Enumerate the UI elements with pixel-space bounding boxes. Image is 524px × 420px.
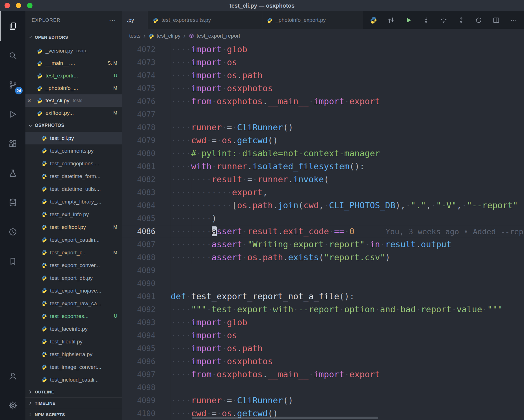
breadcrumb-item[interactable]: tests <box>129 33 140 39</box>
tree-item[interactable]: test_faceinfo.py <box>25 322 122 335</box>
editor-tab[interactable]: _photoinfo_export.py <box>262 11 363 29</box>
code-line[interactable]: 4078····runner·=·CliRunner() <box>122 121 524 134</box>
code-line[interactable]: 4093····import·glob <box>122 316 524 329</box>
code-line[interactable]: 4074····import·os.path <box>122 69 524 82</box>
line-number[interactable]: 4084 <box>122 199 155 212</box>
line-number[interactable]: 4073 <box>122 56 155 69</box>
line-number[interactable]: 4074 <box>122 69 155 82</box>
section-header-timeline[interactable]: TIMELINE <box>25 397 122 409</box>
code-line[interactable]: 4098 <box>122 381 524 394</box>
line-number[interactable]: 4100 <box>122 407 155 420</box>
tree-item[interactable]: test_export_conver... <box>25 259 122 272</box>
code-line[interactable]: 4090 <box>122 277 524 290</box>
code-line[interactable]: 4085········) <box>122 212 524 225</box>
line-number[interactable]: 4096 <box>122 355 155 368</box>
activity-extensions[interactable] <box>0 129 25 158</box>
line-number[interactable]: 4086 <box>122 225 155 238</box>
line-number[interactable]: 4089 <box>122 264 155 277</box>
editor-tab[interactable]: test_exportresults.py <box>148 11 262 29</box>
toolbar-step-out-button[interactable] <box>452 11 470 29</box>
code-line[interactable]: 4089 <box>122 264 524 277</box>
toolbar-restart-button[interactable] <box>470 11 487 29</box>
line-number[interactable]: 4093 <box>122 316 155 329</box>
line-number[interactable]: 4072 <box>122 43 155 56</box>
code-line[interactable]: 4096····import·osxphotos <box>122 355 524 368</box>
line-number[interactable]: 4092 <box>122 303 155 316</box>
tree-item[interactable]: test_export_raw_ca... <box>25 297 122 310</box>
line-number[interactable]: 4095 <box>122 342 155 355</box>
section-header-osxphotos[interactable]: OSXPHOTOS <box>25 119 122 132</box>
code-line[interactable]: 4083············export, <box>122 186 524 199</box>
code-line[interactable]: 4072····import·glob <box>122 43 524 56</box>
line-number[interactable]: 4082 <box>122 173 155 186</box>
code-line[interactable]: 4081····with·runner.isolated_filesystem(… <box>122 160 524 173</box>
close-window-button[interactable] <box>5 3 10 8</box>
tree-item[interactable]: test_export_c...M <box>25 246 122 259</box>
section-header-open-editors[interactable]: OPEN EDITORS <box>25 29 122 45</box>
tree-item[interactable]: test_image_convert... <box>25 361 122 373</box>
line-number[interactable]: 4091 <box>122 290 155 303</box>
open-editor-item[interactable]: _photoinfo_...M <box>25 82 122 94</box>
code-line[interactable]: 4092····"""·test·export·with·--report·op… <box>122 303 524 316</box>
code-line[interactable]: 4091def·test_export_report_not_a_file(): <box>122 290 524 303</box>
activity-run-and-debug[interactable] <box>0 99 25 129</box>
toolbar-more-actions-button[interactable] <box>505 11 522 29</box>
line-number[interactable]: 4088 <box>122 251 155 264</box>
line-number[interactable]: 4078 <box>122 121 155 134</box>
zoom-window-button[interactable] <box>27 3 33 8</box>
code-line[interactable]: 4073····import·os <box>122 56 524 69</box>
tree-item[interactable]: test_incloud_catali... <box>25 373 122 386</box>
horizontal-scrollbar[interactable] <box>192 417 378 419</box>
more-actions-icon[interactable]: ⋯ <box>109 16 116 25</box>
minimize-window-button[interactable] <box>16 3 21 8</box>
tree-item[interactable]: test_exif_info.py <box>25 208 122 221</box>
tree-item[interactable]: test_highsierra.py <box>25 348 122 361</box>
line-number[interactable]: 4087 <box>122 238 155 251</box>
open-editor-item[interactable]: ×test_cli.pytests <box>25 94 122 107</box>
toolbar-run-file-button[interactable] <box>400 11 417 29</box>
activity-explorer[interactable] <box>0 11 25 41</box>
activity-source-control[interactable]: 24 <box>0 70 25 99</box>
code-line[interactable]: 4076····from·osxphotos.__main__·import·e… <box>122 95 524 108</box>
editor-tab[interactable]: .py <box>122 11 148 29</box>
open-editor-item[interactable]: __main__....5, M <box>25 57 122 70</box>
code-line[interactable]: 4075····import·osxphotos <box>122 82 524 95</box>
breadcrumb-item[interactable]: test_cli.py <box>148 33 180 39</box>
code-line[interactable]: 4095····import·os.path <box>122 342 524 355</box>
toolbar-split-editor-button[interactable] <box>487 11 505 29</box>
line-number[interactable]: 4077 <box>122 108 155 121</box>
code-line[interactable]: 4077 <box>122 108 524 121</box>
code-line[interactable]: 4079····cwd·=·os.getcwd() <box>122 134 524 147</box>
line-number[interactable]: 4090 <box>122 277 155 290</box>
toolbar-compare-changes-button[interactable] <box>382 11 400 29</box>
code-line[interactable]: 4094····import·os <box>122 329 524 342</box>
tree-item[interactable]: test_exiftool.pyM <box>25 221 122 233</box>
code-line[interactable]: 4080····#·pylint:·disable=not-context-ma… <box>122 147 524 160</box>
tree-item[interactable]: test_configoptions.... <box>25 157 122 170</box>
toolbar-step-into-button[interactable] <box>417 11 435 29</box>
line-number[interactable]: 4097 <box>122 368 155 381</box>
activity-testing[interactable] <box>0 158 25 188</box>
tree-item[interactable]: test_exportres...U <box>25 310 122 322</box>
line-number[interactable]: 4099 <box>122 394 155 407</box>
tree-item[interactable]: test_export_db.py <box>25 272 122 284</box>
line-number[interactable]: 4081 <box>122 160 155 173</box>
code-line[interactable]: 4084············[os.path.join(cwd,·CLI_P… <box>122 199 524 212</box>
toolbar-step-over-button[interactable] <box>435 11 452 29</box>
activity-settings[interactable] <box>0 391 25 420</box>
tree-item[interactable]: test_datetime_form... <box>25 170 122 183</box>
line-number[interactable]: 4094 <box>122 329 155 342</box>
activity-search[interactable] <box>0 41 25 70</box>
tree-item[interactable]: test_export_mojave... <box>25 284 122 297</box>
code-line[interactable]: 4086········assert·result.exit_code·==·0… <box>122 225 524 238</box>
open-editor-item[interactable]: _version.pyosxp... <box>25 45 122 57</box>
line-number[interactable]: 4085 <box>122 212 155 225</box>
tree-item[interactable]: test_fileutil.py <box>25 335 122 348</box>
line-number[interactable]: 4080 <box>122 147 155 160</box>
tree-item[interactable]: test_datetime_utils.... <box>25 183 122 195</box>
line-number[interactable]: 4079 <box>122 134 155 147</box>
line-number[interactable]: 4098 <box>122 381 155 394</box>
activity-accounts[interactable] <box>0 361 25 391</box>
close-icon[interactable]: × <box>27 97 37 105</box>
activity-history[interactable] <box>0 217 25 246</box>
